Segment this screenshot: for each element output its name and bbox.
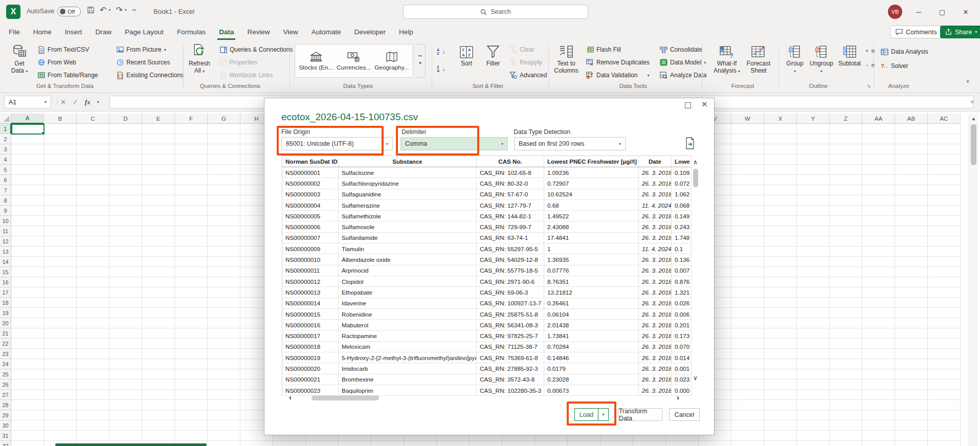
flash-fill-button[interactable]: Flash Fill — [586, 44, 621, 55]
consolidate-button[interactable]: Consolidate — [660, 44, 702, 55]
preview-hscroll-thumb[interactable] — [311, 395, 379, 400]
outline-dialog-launcher-icon[interactable]: ↘ — [866, 83, 871, 88]
data-types-gallery-more[interactable]: ▔▾ — [415, 44, 426, 78]
row-header-16[interactable]: 16 — [0, 277, 11, 287]
column-header-A[interactable]: A — [11, 114, 44, 124]
selected-cell-a1[interactable] — [11, 124, 44, 135]
row-header-22[interactable]: 22 — [0, 339, 11, 349]
data-analysis-button[interactable]: Data Analysis — [881, 46, 928, 57]
column-header-E[interactable]: E — [142, 114, 175, 124]
column-header-AA[interactable]: AA — [862, 114, 895, 124]
load-button[interactable]: Load — [574, 408, 598, 421]
cancel-button[interactable]: Cancel — [669, 408, 700, 421]
row-header-4[interactable]: 4 — [0, 154, 11, 165]
undo-dropdown-icon[interactable]: ▾ — [108, 8, 110, 12]
row-header-25[interactable]: 25 — [0, 369, 11, 380]
from-table-range-button[interactable]: From Table/Range — [38, 70, 98, 81]
ungroup-button[interactable]: Ungroup▾ — [808, 43, 835, 74]
collapse-ribbon-icon[interactable]: ∨ — [966, 78, 970, 84]
ribbon-tab-insert[interactable]: Insert — [58, 24, 89, 40]
advanced-filter-button[interactable]: Advanced — [509, 70, 547, 81]
row-header-32[interactable]: 32 — [0, 441, 11, 446]
name-box-dropdown-icon[interactable]: ▾ — [44, 100, 47, 104]
name-box[interactable]: A1 ▾ — [4, 96, 51, 108]
delimiter-select[interactable]: Comma ▾ — [400, 137, 508, 150]
forecast-sheet-button[interactable]: Forecast Sheet — [745, 43, 772, 74]
ribbon-tab-review[interactable]: Review — [240, 24, 276, 40]
column-header-F[interactable]: F — [175, 114, 208, 124]
row-header-26[interactable]: 26 — [0, 380, 11, 390]
data-type-detection-select[interactable]: Based on first 200 rows ▾ — [514, 137, 626, 150]
ribbon-tab-help[interactable]: Help — [392, 24, 420, 40]
minimize-button[interactable]: ─ — [913, 6, 924, 17]
row-header-2[interactable]: 2 — [0, 134, 11, 144]
user-avatar[interactable]: VB — [888, 5, 902, 19]
vertical-scrollbar[interactable]: ▲ — [969, 114, 978, 446]
column-header-D[interactable]: D — [109, 114, 142, 124]
dialog-close-icon[interactable]: ✕ — [701, 100, 708, 109]
customize-qat-icon[interactable]: ≂ — [132, 7, 137, 13]
row-header-11[interactable]: 11 — [0, 226, 11, 236]
sort-ascending-button[interactable]: AZ↓ — [437, 46, 445, 57]
from-picture-button[interactable]: From Picture▾ — [117, 44, 166, 55]
scrollbar-thumb[interactable] — [971, 124, 976, 165]
queries-connections-button[interactable]: Queries & Connections — [220, 44, 293, 55]
share-button[interactable]: Share ▾ — [940, 26, 980, 38]
recent-sources-button[interactable]: Recent Sources — [117, 57, 170, 68]
solver-button[interactable]: ?→ Solver — [881, 60, 908, 72]
ribbon-tab-home[interactable]: Home — [27, 24, 58, 40]
load-dropdown-button[interactable]: ▾ — [598, 408, 609, 421]
group-button[interactable]: Group▾ — [784, 43, 806, 74]
preview-vscroll-thumb[interactable] — [693, 169, 698, 187]
what-if-analysis-button[interactable]: ? What-If Analysis ▾ — [712, 43, 742, 74]
save-icon[interactable] — [87, 6, 95, 14]
row-header-1[interactable]: 1 — [0, 124, 11, 134]
geography-item[interactable]: Geography... — [374, 51, 409, 71]
row-header-18[interactable]: 18 — [0, 298, 11, 308]
existing-connections-button[interactable]: Existing Connections — [117, 70, 184, 81]
row-header-14[interactable]: 14 — [0, 257, 11, 267]
row-header-31[interactable]: 31 — [0, 431, 11, 441]
maximize-button[interactable]: ▢ — [937, 6, 948, 17]
close-button[interactable]: ✕ — [960, 6, 971, 17]
preview-scroll-left-icon[interactable]: ‹ — [289, 393, 292, 402]
row-header-20[interactable]: 20 — [0, 318, 11, 328]
currencies-item[interactable]: Currencies... — [337, 51, 371, 71]
data-model-button[interactable]: Data Model▾ — [660, 57, 706, 68]
column-header-C[interactable]: C — [77, 114, 109, 124]
row-header-8[interactable]: 8 — [0, 195, 11, 206]
data-validation-button[interactable]: ✓ Data Validation▾ — [586, 70, 650, 81]
ribbon-tab-draw[interactable]: Draw — [89, 24, 119, 40]
text-to-columns-button[interactable]: Text to Columns — [552, 43, 580, 74]
column-header-AC[interactable]: AC — [928, 114, 961, 124]
row-header-17[interactable]: 17 — [0, 287, 11, 298]
column-header-AB[interactable]: AB — [895, 114, 928, 124]
row-header-15[interactable]: 15 — [0, 267, 11, 277]
ribbon-tab-view[interactable]: View — [277, 24, 305, 40]
column-header-X[interactable]: X — [764, 114, 797, 124]
row-header-7[interactable]: 7 — [0, 185, 11, 195]
filter-button[interactable]: Filter — [482, 43, 504, 67]
data-type-detection-dropdown-icon[interactable]: ▾ — [619, 142, 621, 146]
row-header-19[interactable]: 19 — [0, 308, 11, 318]
from-text-csv-button[interactable]: From Text/CSV — [38, 44, 89, 55]
ribbon-tab-formulas[interactable]: Formulas — [170, 24, 212, 40]
column-header-B[interactable]: B — [44, 114, 77, 124]
from-web-button[interactable]: From Web — [38, 57, 76, 68]
row-header-5[interactable]: 5 — [0, 165, 11, 175]
preview-scroll-up-icon[interactable]: ∧ — [693, 159, 698, 166]
search-box[interactable]: Search — [403, 5, 588, 19]
file-origin-dropdown-icon[interactable]: ▾ — [386, 142, 388, 146]
redo-dropdown-icon[interactable]: ▾ — [125, 8, 127, 12]
transform-data-button[interactable]: Transform Data — [618, 408, 662, 421]
row-header-27[interactable]: 27 — [0, 390, 11, 400]
column-header-W[interactable]: W — [731, 114, 764, 124]
row-header-29[interactable]: 29 — [0, 410, 11, 420]
subtotal-button[interactable]: Subtotal — [837, 43, 862, 67]
file-export-icon[interactable] — [685, 137, 695, 149]
undo-icon[interactable]: ↶ — [100, 5, 106, 15]
dialog-restore-icon[interactable] — [685, 102, 691, 108]
confirm-entry-icon[interactable]: ✓ — [73, 98, 78, 106]
preview-scroll-down-icon[interactable]: ∨ — [693, 374, 698, 382]
row-header-30[interactable]: 30 — [0, 420, 11, 431]
